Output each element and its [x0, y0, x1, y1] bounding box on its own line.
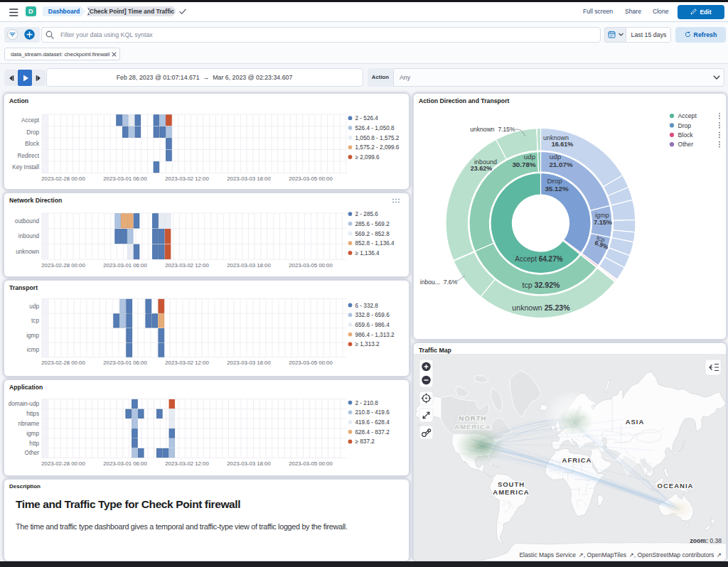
svg-text:domain-udp: domain-udp — [9, 401, 40, 407]
svg-text:AFRICA: AFRICA — [562, 456, 592, 464]
svg-text:igmp: igmp — [26, 431, 39, 437]
svg-text:Elastic Maps Service ↗, OpenMa: Elastic Maps Service ↗, OpenMapTiles ↗, … — [519, 551, 722, 558]
svg-text:AMERICA: AMERICA — [493, 488, 529, 496]
svg-text:986.4 - 1,313.2: 986.4 - 1,313.2 — [355, 332, 395, 338]
svg-text:http: http — [29, 441, 39, 447]
svg-text:ASIA: ASIA — [626, 418, 645, 426]
svg-text:inbound: inbound — [18, 233, 40, 239]
svg-text:Other: Other — [25, 450, 40, 456]
svg-text:https: https — [26, 411, 39, 417]
svg-text:unknown: unknown — [16, 249, 39, 255]
svg-text:2023-03-02 12:00: 2023-03-02 12:00 — [165, 176, 209, 182]
svg-text:16.61%: 16.61% — [552, 141, 574, 148]
svg-text:2023-03-01 06:00: 2023-03-01 06:00 — [103, 176, 147, 182]
svg-text:30.78%: 30.78% — [512, 161, 536, 168]
svg-text:419.6 - 628.4: 419.6 - 628.4 — [355, 419, 390, 426]
svg-text:unknown 7.15%: unknown 7.15% — [470, 126, 515, 133]
svg-text:2023-03-01 06:00: 2023-03-01 06:00 — [103, 460, 147, 467]
svg-text:2023-03-05 00:00: 2023-03-05 00:00 — [289, 262, 333, 269]
svg-text:1,050.8 - 1,575.2: 1,050.8 - 1,575.2 — [355, 135, 400, 141]
svg-text:tcp 32.92%: tcp 32.92% — [522, 281, 560, 289]
svg-text:outbound: outbound — [15, 218, 40, 225]
svg-text:Accept: Accept — [678, 112, 697, 119]
svg-text:659.6 - 986.4: 659.6 - 986.4 — [355, 322, 390, 328]
svg-text:nbname: nbname — [18, 421, 39, 427]
svg-text:332.8 - 659.6: 332.8 - 659.6 — [355, 312, 390, 318]
svg-text:2 - 210.8: 2 - 210.8 — [355, 400, 379, 406]
svg-text:2023-03-01 06:00: 2023-03-01 06:00 — [103, 262, 147, 269]
svg-text:2023-03-01 06:00: 2023-03-01 06:00 — [103, 360, 147, 366]
svg-text:6 - 332.8: 6 - 332.8 — [355, 303, 379, 309]
svg-text:tcp: tcp — [31, 318, 39, 324]
svg-text:23.62%: 23.62% — [471, 165, 493, 172]
svg-text:≥ 2,099.6: ≥ 2,099.6 — [355, 154, 380, 161]
svg-text:udp: udp — [550, 153, 562, 161]
svg-text:210.8 - 419.6: 210.8 - 419.6 — [355, 409, 390, 416]
svg-text:Accept: Accept — [21, 117, 40, 124]
svg-text:2 - 526.4: 2 - 526.4 — [355, 115, 379, 122]
svg-text:udp: udp — [524, 153, 536, 161]
svg-text:Drop: Drop — [26, 129, 39, 136]
svg-text:igmp: igmp — [26, 333, 39, 339]
svg-text:SOUTH: SOUTH — [498, 480, 525, 488]
svg-text:2023-03-05 00:00: 2023-03-05 00:00 — [289, 460, 333, 467]
svg-text:2023-03-02 12:00: 2023-03-02 12:00 — [165, 262, 209, 269]
svg-text:NORTH: NORTH — [459, 414, 487, 422]
svg-text:Other: Other — [678, 141, 694, 148]
svg-text:igmp: igmp — [595, 212, 609, 219]
svg-text:Redirect: Redirect — [18, 153, 40, 159]
svg-text:inbou... 7.6%: inbou... 7.6% — [420, 279, 458, 286]
svg-text:unknown 25.23%: unknown 25.23% — [512, 303, 570, 312]
svg-text:2 - 285.6: 2 - 285.6 — [355, 211, 379, 217]
svg-text:≥ 837.2: ≥ 837.2 — [355, 438, 375, 445]
svg-text:zoom: 0.38: zoom: 0.38 — [690, 537, 722, 544]
svg-text:icmp: icmp — [27, 347, 40, 353]
svg-text:852.8 - 1,136.4: 852.8 - 1,136.4 — [355, 240, 395, 247]
svg-text:2023-02-28 00:00: 2023-02-28 00:00 — [41, 460, 85, 467]
svg-text:2023-03-05 00:00: 2023-03-05 00:00 — [289, 176, 333, 182]
svg-text:2023-02-28 00:00: 2023-02-28 00:00 — [41, 360, 85, 366]
svg-text:2023-02-28 00:00: 2023-02-28 00:00 — [41, 176, 85, 182]
svg-text:Block: Block — [25, 141, 40, 147]
svg-text:2023-03-03 18:00: 2023-03-03 18:00 — [227, 176, 271, 182]
svg-text:2023-03-02 12:00: 2023-03-02 12:00 — [165, 460, 209, 467]
svg-text:35.12%: 35.12% — [545, 185, 569, 193]
svg-text:OCEANIA: OCEANIA — [658, 482, 694, 490]
svg-text:1,575.2 - 2,099.6: 1,575.2 - 2,099.6 — [355, 144, 400, 151]
svg-text:2023-02-28 00:00: 2023-02-28 00:00 — [41, 262, 85, 269]
svg-text:2023-03-03 18:00: 2023-03-03 18:00 — [227, 460, 271, 467]
svg-text:Block: Block — [678, 131, 694, 139]
svg-text:569.2 - 852.8: 569.2 - 852.8 — [355, 231, 390, 237]
svg-text:2023-03-03 18:00: 2023-03-03 18:00 — [227, 360, 271, 366]
svg-text:2023-03-05 00:00: 2023-03-05 00:00 — [289, 360, 333, 366]
svg-text:Drop: Drop — [547, 177, 562, 185]
svg-text:Drop: Drop — [678, 122, 692, 129]
svg-text:AMERICA: AMERICA — [454, 423, 491, 431]
svg-text:526.4 - 1,050.8: 526.4 - 1,050.8 — [355, 125, 395, 131]
svg-text:≥ 1,136.4: ≥ 1,136.4 — [355, 250, 380, 256]
svg-text:Accept 64.27%: Accept 64.27% — [515, 255, 562, 263]
svg-text:628.4 - 837.2: 628.4 - 837.2 — [355, 429, 390, 436]
svg-text:2023-03-02 12:00: 2023-03-02 12:00 — [165, 360, 209, 366]
svg-text:285.6 - 569.2: 285.6 - 569.2 — [355, 221, 390, 227]
svg-text:udp: udp — [29, 303, 39, 310]
svg-text:≥ 1,313.2: ≥ 1,313.2 — [355, 341, 380, 347]
svg-text:2023-03-03 18:00: 2023-03-03 18:00 — [227, 262, 271, 269]
svg-text:21.07%: 21.07% — [549, 161, 573, 168]
svg-text:Key Install: Key Install — [12, 164, 39, 171]
svg-text:7.15%: 7.15% — [594, 219, 612, 226]
